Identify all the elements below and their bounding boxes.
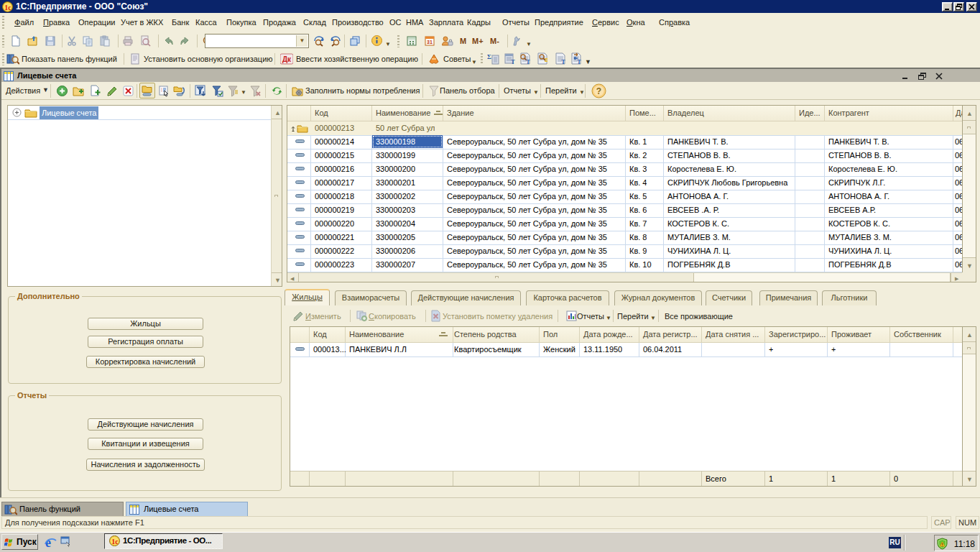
svg-text:T: T — [526, 59, 530, 65]
svg-text:T: T — [511, 59, 515, 65]
svg-text:Дк: Дк — [282, 55, 292, 63]
svg-text:1с: 1с — [4, 4, 11, 12]
svg-text:T: T — [561, 59, 565, 65]
svg-text:31: 31 — [427, 40, 433, 45]
svg-text:T: T — [577, 59, 581, 65]
svg-text:?: ? — [596, 86, 601, 96]
svg-text:Σ: Σ — [487, 53, 491, 60]
svg-text:1с: 1с — [111, 538, 119, 546]
